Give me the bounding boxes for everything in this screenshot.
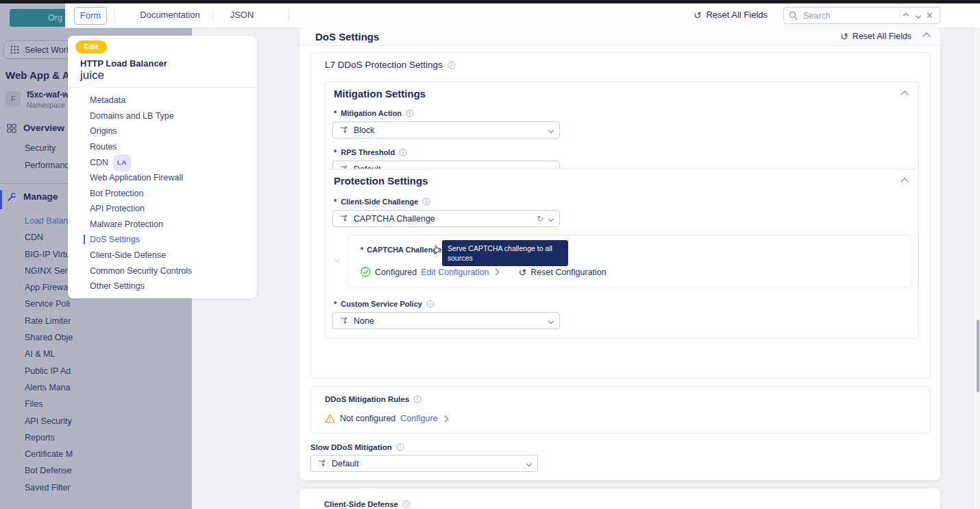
protection-collapse-icon[interactable]: [901, 178, 908, 185]
custom-service-policy-value: None: [354, 316, 543, 326]
sidebar-item[interactable]: Shared Obje: [25, 329, 182, 346]
sidebar-item[interactable]: Service Poli: [25, 296, 182, 312]
sidebar-item[interactable]: Alerts Mana: [25, 379, 182, 396]
overview-label: Overview: [23, 123, 64, 133]
info-icon[interactable]: [426, 300, 434, 308]
required-marker: *: [334, 148, 336, 156]
overview-grid-icon: [7, 123, 16, 133]
sidebar-item[interactable]: Bot Defense: [25, 462, 182, 479]
sidebar-item-manage[interactable]: Manage: [7, 191, 58, 202]
editor-tab-bar: Form Documentation JSON ↺ Reset All Fiel…: [65, 3, 980, 28]
slow-ddos-mitigation-select[interactable]: Default: [310, 455, 538, 472]
search-input[interactable]: [802, 10, 895, 21]
client-side-challenge-select[interactable]: CAPTCHA Challenge ↻: [332, 210, 560, 227]
slow-ddos-mitigation-label: Slow DDoS Mitigation: [310, 443, 392, 451]
search-box: ✕: [783, 7, 940, 24]
tab-json[interactable]: JSON: [220, 7, 264, 23]
form-nav-panel: Edit HTTP Load Balancer juice MetadataDo…: [68, 36, 257, 298]
form-nav-item[interactable]: DoS Settings: [90, 232, 252, 248]
sidebar-item[interactable]: Saved Filter: [25, 480, 182, 496]
info-icon[interactable]: [422, 198, 430, 206]
form-nav-item[interactable]: Other Settings: [90, 279, 252, 294]
custom-service-policy-select[interactable]: None: [332, 312, 560, 329]
sidebar-item[interactable]: Public IP Ad: [25, 363, 182, 379]
search-prev-icon[interactable]: [903, 12, 909, 18]
sidebar-app-title: Web App & A: [5, 69, 70, 81]
la-badge: LA: [113, 154, 131, 171]
mitigation-settings-title: Mitigation Settings: [334, 88, 426, 99]
mitigation-collapse-icon[interactable]: [901, 91, 908, 98]
tab-form[interactable]: Form: [74, 7, 107, 25]
form-nav-item[interactable]: CDNLA: [90, 154, 252, 170]
form-nav-item[interactable]: Metadata: [90, 93, 252, 108]
chevron-down-icon: [548, 318, 554, 323]
form-nav-item[interactable]: Domains and LB Type: [90, 108, 252, 124]
oneof-branch-icon: [317, 459, 326, 468]
reset-all-fields-button[interactable]: ↺ Reset All Fields: [694, 10, 768, 20]
form-nav-item[interactable]: Client-Side Defense: [90, 248, 252, 263]
namespace-row[interactable]: F f5xc-waf-w Namespace: [5, 90, 69, 109]
info-icon[interactable]: [402, 500, 411, 508]
org-button-label: Org: [48, 13, 62, 23]
mitigation-action-select[interactable]: Block: [332, 121, 560, 139]
info-icon[interactable]: [399, 148, 407, 156]
sidebar-item[interactable]: Rate Limiter: [25, 313, 182, 329]
scrollbar-track[interactable]: [975, 27, 980, 509]
tab-documentation[interactable]: Documentation: [132, 7, 208, 23]
namespace-avatar: F: [5, 91, 21, 106]
configure-link[interactable]: Configure: [400, 414, 437, 423]
wrench-icon: [7, 192, 16, 202]
captcha-challenge-box: * CAPTCHA Challenge Serve CAPTCHA challe…: [347, 235, 911, 288]
form-nav-item[interactable]: Common Security Controls: [90, 263, 252, 279]
scrollbar-thumb[interactable]: [977, 320, 979, 392]
undo-icon: ↺: [519, 268, 527, 277]
object-name: juice: [80, 69, 104, 82]
form-nav-item[interactable]: API Protection: [90, 201, 252, 217]
sidebar-item[interactable]: Certificate M: [25, 446, 182, 462]
sidebar-item[interactable]: Files: [25, 396, 182, 412]
namespace-type-label: Namespace: [27, 101, 69, 109]
oneof-branch-icon: [339, 126, 348, 134]
required-marker: *: [334, 300, 336, 308]
sidebar-item-overview[interactable]: Overview: [7, 123, 64, 133]
page-title: DoS Settings: [315, 31, 379, 43]
f5xc-console: Org Select Workspace Web App & A F f5xc-…: [0, 0, 980, 509]
manage-active-bar: [0, 190, 2, 209]
sidebar-item[interactable]: AI & ML: [25, 346, 182, 362]
form-nav-item[interactable]: Routes: [90, 139, 252, 155]
form-nav-item[interactable]: Bot Protection: [90, 186, 252, 202]
mitigation-action-value: Block: [354, 126, 543, 135]
sidebar-item[interactable]: Reports: [25, 429, 182, 446]
nested-collapse-icon[interactable]: [334, 257, 340, 262]
oneof-branch-icon: [339, 214, 348, 223]
required-marker: *: [334, 198, 336, 206]
refresh-icon[interactable]: ↻: [537, 215, 543, 223]
l7-section-title: L7 DDoS Protection Settings: [325, 60, 443, 70]
info-icon[interactable]: [406, 109, 414, 117]
client-side-defense-label: Client-Side Defense: [324, 500, 398, 508]
client-side-defense-panel: Client-Side Defense: [299, 488, 940, 509]
search-next-icon[interactable]: [916, 12, 921, 18]
info-icon[interactable]: [396, 443, 404, 451]
search-icon: [789, 11, 798, 20]
oneof-branch-icon: [339, 316, 348, 325]
info-icon[interactable]: [448, 61, 456, 69]
chevron-right-icon: [441, 415, 448, 422]
section-reset-all-button[interactable]: ↺ Reset All Fields: [840, 32, 911, 41]
not-configured-status: Not configured: [340, 414, 395, 423]
info-icon[interactable]: [413, 395, 421, 403]
form-nav-item[interactable]: Web Application Firewall: [90, 170, 252, 186]
search-close-icon[interactable]: ✕: [924, 11, 935, 20]
form-nav-item[interactable]: Malware Protection: [90, 217, 252, 233]
reset-configuration-button[interactable]: Reset Configuration: [530, 268, 606, 277]
form-nav-item[interactable]: Origins: [90, 123, 252, 139]
edit-badge: Edit: [75, 40, 107, 54]
ddos-mitigation-rules-card: DDoS Mitigation Rules Not configured Con…: [310, 386, 931, 434]
chevron-down-icon: [548, 215, 554, 221]
chevron-down-icon: [548, 127, 554, 132]
protection-settings-title: Protection Settings: [334, 175, 428, 187]
chevron-right-icon: [492, 269, 499, 276]
edit-configuration-link[interactable]: Edit Configuration: [421, 268, 489, 277]
sidebar-item[interactable]: API Security: [25, 413, 182, 429]
section-collapse-icon[interactable]: [922, 32, 930, 40]
